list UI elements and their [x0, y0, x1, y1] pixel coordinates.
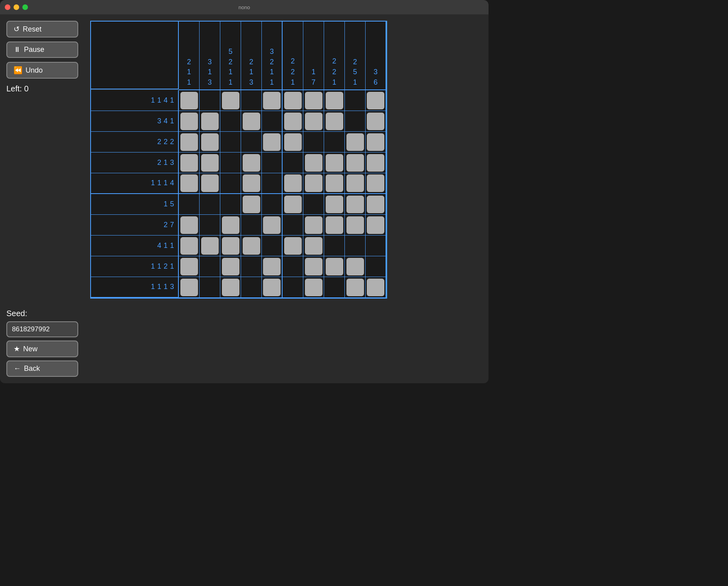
cell-7-8[interactable] — [345, 236, 366, 256]
cell-8-3[interactable] — [241, 256, 262, 277]
cell-2-2[interactable] — [220, 132, 241, 152]
cell-8-5[interactable] — [283, 256, 303, 277]
back-button[interactable]: ← Back — [6, 360, 78, 377]
cell-8-8[interactable] — [345, 256, 366, 277]
fullscreen-button[interactable] — [22, 4, 28, 10]
cell-6-2[interactable] — [220, 215, 241, 236]
cell-0-0[interactable] — [179, 90, 200, 111]
cell-9-0[interactable] — [179, 277, 200, 298]
cell-5-4[interactable] — [262, 194, 283, 215]
cell-5-8[interactable] — [345, 194, 366, 215]
cell-2-0[interactable] — [179, 132, 200, 152]
cell-3-3[interactable] — [241, 152, 262, 173]
cell-9-7[interactable] — [324, 277, 345, 298]
minimize-button[interactable] — [14, 4, 19, 10]
cell-3-9[interactable] — [366, 152, 386, 173]
cell-3-6[interactable] — [303, 152, 324, 173]
cell-6-7[interactable] — [324, 215, 345, 236]
cell-2-4[interactable] — [262, 132, 283, 152]
cell-6-9[interactable] — [366, 215, 386, 236]
cell-8-4[interactable] — [262, 256, 283, 277]
cell-4-2[interactable] — [220, 173, 241, 194]
cell-6-5[interactable] — [283, 215, 303, 236]
cell-9-9[interactable] — [366, 277, 386, 298]
new-button[interactable]: ★ New — [6, 341, 78, 357]
cell-2-1[interactable] — [200, 132, 220, 152]
cell-0-6[interactable] — [303, 90, 324, 111]
cell-0-3[interactable] — [241, 90, 262, 111]
cell-0-4[interactable] — [262, 90, 283, 111]
cell-6-8[interactable] — [345, 215, 366, 236]
cell-4-4[interactable] — [262, 173, 283, 194]
cell-1-8[interactable] — [345, 111, 366, 132]
cell-5-5[interactable] — [283, 194, 303, 215]
cell-7-0[interactable] — [179, 236, 200, 256]
cell-7-2[interactable] — [220, 236, 241, 256]
cell-3-0[interactable] — [179, 152, 200, 173]
cell-2-8[interactable] — [345, 132, 366, 152]
cell-2-9[interactable] — [366, 132, 386, 152]
cell-2-3[interactable] — [241, 132, 262, 152]
cell-9-2[interactable] — [220, 277, 241, 298]
close-button[interactable] — [5, 4, 10, 10]
cell-4-9[interactable] — [366, 173, 386, 194]
cell-5-3[interactable] — [241, 194, 262, 215]
cell-4-0[interactable] — [179, 173, 200, 194]
cell-3-2[interactable] — [220, 152, 241, 173]
cell-1-4[interactable] — [262, 111, 283, 132]
cell-3-1[interactable] — [200, 152, 220, 173]
cell-8-0[interactable] — [179, 256, 200, 277]
cell-8-9[interactable] — [366, 256, 386, 277]
cell-1-7[interactable] — [324, 111, 345, 132]
cell-7-4[interactable] — [262, 236, 283, 256]
cell-9-6[interactable] — [303, 277, 324, 298]
cell-3-7[interactable] — [324, 152, 345, 173]
cell-7-1[interactable] — [200, 236, 220, 256]
cell-6-0[interactable] — [179, 215, 200, 236]
cell-7-6[interactable] — [303, 236, 324, 256]
cell-9-4[interactable] — [262, 277, 283, 298]
cell-3-5[interactable] — [283, 152, 303, 173]
cell-0-2[interactable] — [220, 90, 241, 111]
cell-1-3[interactable] — [241, 111, 262, 132]
cell-0-7[interactable] — [324, 90, 345, 111]
cell-4-5[interactable] — [283, 173, 303, 194]
cell-0-5[interactable] — [283, 90, 303, 111]
cell-5-6[interactable] — [303, 194, 324, 215]
cell-7-7[interactable] — [324, 236, 345, 256]
cell-0-8[interactable] — [345, 90, 366, 111]
cell-7-3[interactable] — [241, 236, 262, 256]
cell-3-8[interactable] — [345, 152, 366, 173]
cell-1-2[interactable] — [220, 111, 241, 132]
undo-button[interactable]: ⏪ Undo — [6, 62, 78, 79]
cell-0-1[interactable] — [200, 90, 220, 111]
cell-9-3[interactable] — [241, 277, 262, 298]
cell-3-4[interactable] — [262, 152, 283, 173]
cell-4-6[interactable] — [303, 173, 324, 194]
cell-2-6[interactable] — [303, 132, 324, 152]
reset-button[interactable]: ↺ Reset — [6, 21, 78, 38]
cell-5-7[interactable] — [324, 194, 345, 215]
cell-6-3[interactable] — [241, 215, 262, 236]
cell-5-2[interactable] — [220, 194, 241, 215]
cell-1-9[interactable] — [366, 111, 386, 132]
cell-6-1[interactable] — [200, 215, 220, 236]
cell-4-3[interactable] — [241, 173, 262, 194]
cell-6-6[interactable] — [303, 215, 324, 236]
cell-4-7[interactable] — [324, 173, 345, 194]
cell-5-9[interactable] — [366, 194, 386, 215]
cell-8-6[interactable] — [303, 256, 324, 277]
grid-cells[interactable] — [179, 90, 386, 298]
cell-1-1[interactable] — [200, 111, 220, 132]
cell-5-0[interactable] — [179, 194, 200, 215]
cell-8-1[interactable] — [200, 256, 220, 277]
cell-7-5[interactable] — [283, 236, 303, 256]
cell-1-5[interactable] — [283, 111, 303, 132]
pause-button[interactable]: ⏸ Pause — [6, 42, 78, 58]
cell-7-9[interactable] — [366, 236, 386, 256]
cell-5-1[interactable] — [200, 194, 220, 215]
cell-0-9[interactable] — [366, 90, 386, 111]
cell-1-0[interactable] — [179, 111, 200, 132]
cell-6-4[interactable] — [262, 215, 283, 236]
cell-1-6[interactable] — [303, 111, 324, 132]
